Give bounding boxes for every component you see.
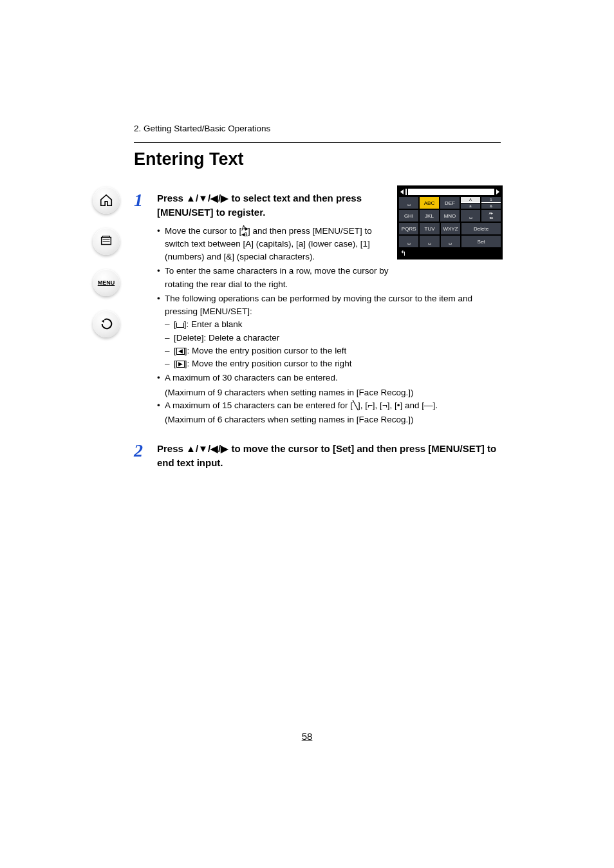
subop-delete: [Delete]: Delete a character — [165, 332, 501, 344]
menu-button[interactable]: MENU — [93, 269, 120, 296]
back-icon — [99, 317, 113, 331]
cursor-left-icon — [400, 189, 404, 194]
kbd-key: TUV — [420, 223, 439, 234]
kbd-key-case: A▸◂a — [481, 210, 501, 222]
page-number: 58 — [0, 731, 614, 742]
onscreen-keyboard-figure: ␣ ABC DEF A a 1 & GHI JKL MNO ␣ A▸◂a PQR… — [397, 185, 503, 259]
kbd-key: MNO — [440, 210, 460, 222]
bullet-switch-text: Move the cursor to [A▸◂a] and then press… — [157, 225, 396, 264]
b5-l2: (Maximum of 6 characters when setting na… — [157, 413, 501, 426]
step-number: 1 — [134, 191, 148, 426]
dash-icon: — — [424, 401, 433, 410]
kbd-key: ␣ — [461, 210, 480, 222]
svg-rect-0 — [102, 238, 111, 245]
step-2: 2 Press ▲/▼/◀/▶ to move the cursor to [S… — [134, 442, 501, 475]
b1-pre: Move the cursor to [ — [165, 226, 241, 236]
subop-blank: []: Enter a blank — [165, 318, 501, 331]
bullet-max-15: A maximum of 15 characters can be entere… — [157, 399, 501, 412]
b4-l2: (Maximum of 9 characters when setting na… — [157, 386, 501, 399]
arrow-icons: ▲/▼/◀/▶ — [186, 443, 228, 454]
step-1-heading: Press ▲/▼/◀/▶ to select text and then pr… — [157, 191, 389, 220]
back-button[interactable] — [93, 310, 120, 337]
page-title: Entering Text — [134, 149, 501, 169]
kbd-key: ␣ — [399, 197, 418, 209]
kbd-key: PQRS — [399, 223, 418, 234]
left-arrow-icon: ◀ — [176, 348, 185, 355]
breadcrumb: 2. Getting Started/Basic Operations — [134, 124, 501, 133]
bullet-max-30: A maximum of 30 characters can be entere… — [157, 372, 501, 384]
cursor-right-icon — [496, 189, 499, 194]
menu-label: MENU — [98, 279, 115, 286]
kbd-key-delete: Delete — [461, 223, 501, 234]
home-button[interactable] — [93, 187, 120, 214]
blank-icon — [176, 323, 184, 328]
case-switch-icon: A▸◂a — [241, 225, 248, 237]
kbd-key-selected: ABC — [420, 197, 439, 209]
return-icon: ↰ — [400, 249, 406, 258]
text-cursor-field — [405, 189, 494, 195]
kbd-key: ␣ — [420, 236, 439, 247]
kbd-mode-A-a: A a — [461, 197, 480, 209]
kbd-key: DEF — [440, 197, 460, 209]
step-2-heading: Press ▲/▼/◀/▶ to move the cursor to [Set… — [157, 442, 501, 470]
bracket-icon-1: ⌐ — [367, 401, 373, 410]
kbd-key: ␣ — [399, 236, 418, 247]
slash-icon: ╲ — [353, 401, 358, 410]
kbd-key: GHI — [399, 210, 418, 222]
right-arrow-icon: ▶ — [176, 361, 185, 368]
step-number: 2 — [134, 442, 148, 475]
sidebar-nav: MENU — [90, 187, 122, 337]
sub-operations: []: Enter a blank [Delete]: Delete a cha… — [165, 318, 501, 370]
kbd-key-set: Set — [461, 236, 501, 247]
subop-right: [▶]: Move the entry position cursor to t… — [165, 357, 501, 370]
b3-text: The following operations can be performe… — [165, 294, 472, 316]
bullet-same-chars: To enter the same characters in a row, m… — [157, 265, 396, 291]
home-icon — [99, 193, 113, 207]
kbd-cursor-bar — [399, 187, 501, 197]
bullet-operations: The following operations can be performe… — [157, 292, 501, 371]
b4-l1: A maximum of 30 characters can be entere… — [165, 373, 338, 382]
step-1-heading-pre: Press — [157, 193, 186, 203]
kbd-key: JKL — [420, 210, 439, 222]
divider — [134, 142, 501, 143]
arrow-icons: ▲/▼/◀/▶ — [186, 193, 228, 203]
layers-icon — [99, 234, 113, 249]
kbd-key: ␣ — [441, 236, 460, 247]
main-content: 2. Getting Started/Basic Operations Ente… — [134, 124, 501, 475]
subop-left: [◀]: Move the entry position cursor to t… — [165, 344, 501, 357]
step-2-heading-pre: Press — [157, 443, 186, 454]
step-1-bullets-2: A maximum of 15 characters can be entere… — [157, 399, 501, 412]
svg-rect-3 — [103, 236, 110, 238]
kbd-mode-1-amp: 1 & — [481, 197, 501, 209]
kbd-key: WXYZ — [441, 223, 460, 234]
bracket-icon-2: ⌐ — [382, 399, 387, 412]
layers-button[interactable] — [93, 228, 120, 255]
